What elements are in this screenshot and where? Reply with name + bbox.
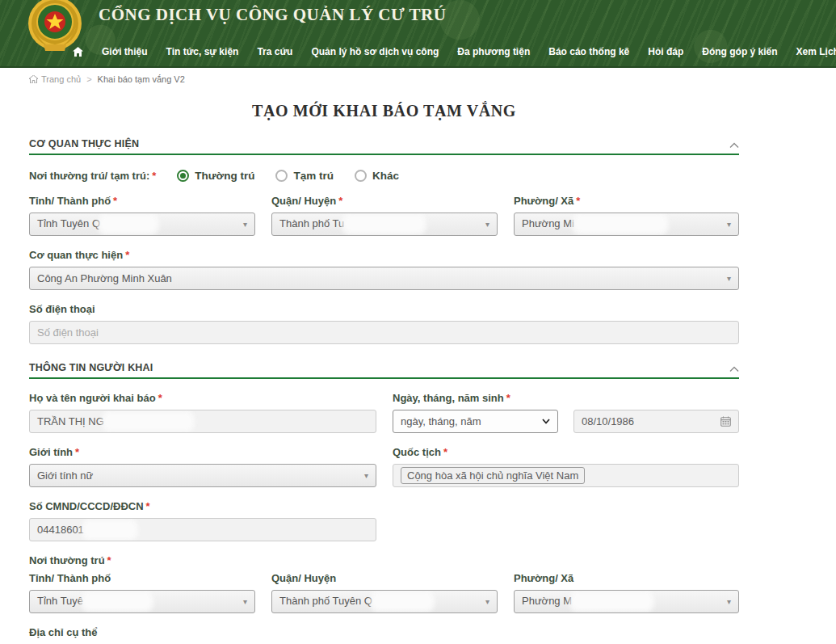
dob-date-input[interactable]: 08/10/1986 <box>573 410 739 433</box>
full-name-label: Họ và tên người khai báo* <box>29 392 376 404</box>
phone-input[interactable]: Số điện thoại <box>29 321 739 344</box>
calendar-icon[interactable] <box>720 416 731 427</box>
caret-down-icon <box>542 419 550 424</box>
breadcrumb-separator: > <box>86 74 91 84</box>
nav-item-tra-cuu[interactable]: Tra cứu <box>257 46 292 57</box>
breadcrumb-home-link[interactable]: Trang chủ <box>29 74 81 84</box>
caret-down-icon: ▾ <box>243 220 247 229</box>
chevron-up-icon[interactable] <box>729 365 739 373</box>
radio-khac[interactable]: Khác <box>355 170 399 182</box>
main-nav: Giới thiệu Tin tức, sự kiện Tra cứu Quản… <box>0 39 836 65</box>
nav-item-lich-lam-viec[interactable]: Xem Lịch làm việc <box>796 46 836 57</box>
dob-format-select[interactable]: ngày, tháng, năm <box>393 410 558 433</box>
ward-label: Phường/ Xã* <box>514 195 739 207</box>
caret-down-icon: ▾ <box>727 597 731 606</box>
pr-ward-label: Phường/ Xã <box>514 572 739 584</box>
nav-item-hoi-dap[interactable]: Hỏi đáp <box>648 46 683 57</box>
nationality-field[interactable]: Cộng hòa xã hội chủ nghĩa Việt Nam <box>393 464 739 487</box>
district-select[interactable]: Thành phố Tu ▾ <box>271 213 498 236</box>
gender-select[interactable]: Giới tính nữ ▾ <box>29 464 376 487</box>
radio-thuong-tru-label: Thường trú <box>195 170 254 182</box>
nav-item-dong-gop[interactable]: Đóng góp ý kiến <box>702 46 777 57</box>
radio-tam-tru-label: Tạm trú <box>293 170 334 182</box>
ward-select[interactable]: Phường Mi ▾ <box>514 213 739 236</box>
police-emblem-logo <box>24 0 86 56</box>
page-title: TẠO MỚI KHAI BÁO TẠM VẮNG <box>29 102 739 120</box>
pr-ward-select[interactable]: Phường M ▾ <box>514 590 739 613</box>
district-label: Quận/ Huyện* <box>271 195 498 207</box>
province-select[interactable]: Tỉnh Tuyên Q ▾ <box>29 213 255 236</box>
permanent-residence-label: Nơi thường trú* <box>29 554 739 566</box>
radio-tam-tru[interactable]: Tạm trú <box>275 170 334 182</box>
section-title-declarant: THÔNG TIN NGƯỜI KHAI <box>29 362 153 373</box>
nav-item-bao-cao[interactable]: Báo cáo thống kê <box>548 46 629 57</box>
section-header-agency[interactable]: CƠ QUAN THỰC HIỆN <box>29 138 739 155</box>
caret-down-icon: ▾ <box>364 471 368 480</box>
address-detail-label: Địa chỉ cụ thể <box>29 626 739 638</box>
residence-type-group: Nơi thường trú/ tạm trú:* Thường trú Tạm… <box>29 170 739 182</box>
nav-item-quan-ly-ho-so[interactable]: Quản lý hồ sơ dịch vụ công <box>311 46 439 57</box>
site-header: CỔNG DỊCH VỤ CÔNG QUẢN LÝ CƯ TRÚ Giới th… <box>0 0 836 68</box>
nav-item-gioi-thieu[interactable]: Giới thiệu <box>102 46 148 57</box>
radio-thuong-tru[interactable]: Thường trú <box>177 170 254 182</box>
site-title: CỔNG DỊCH VỤ CÔNG QUẢN LÝ CƯ TRÚ <box>99 5 446 25</box>
caret-down-icon: ▾ <box>485 597 489 606</box>
radio-khac-label: Khác <box>372 170 399 182</box>
pr-province-label: Tỉnh/ Thành phố <box>29 572 255 584</box>
nav-item-tin-tuc[interactable]: Tin tức, sự kiện <box>166 46 239 57</box>
nav-item-da-phuong-tien[interactable]: Đa phương tiện <box>457 46 530 57</box>
residence-type-label: Nơi thường trú/ tạm trú:* <box>29 170 156 182</box>
radio-unselected-icon[interactable] <box>275 170 288 182</box>
caret-down-icon: ▾ <box>727 274 731 283</box>
agency-label: Cơ quan thực hiện* <box>29 249 739 261</box>
province-label: Tỉnh/ Thành phố* <box>29 195 255 207</box>
gender-label: Giới tính* <box>29 446 376 458</box>
breadcrumb-home-label: Trang chủ <box>41 74 81 84</box>
breadcrumb-current: Khai báo tạm vắng V2 <box>98 74 185 84</box>
pr-province-select[interactable]: Tỉnh Tuyê ▾ <box>29 590 255 613</box>
nationality-label: Quốc tịch* <box>393 446 739 458</box>
caret-down-icon: ▾ <box>727 220 731 229</box>
chevron-up-icon[interactable] <box>729 141 739 149</box>
dob-label: Ngày, tháng, năm sinh* <box>393 392 739 404</box>
section-title-agency: CƠ QUAN THỰC HIỆN <box>29 138 139 149</box>
breadcrumb: Trang chủ > Khai báo tạm vắng V2 <box>0 68 836 89</box>
id-number-input[interactable]: 04418601 <box>29 518 376 541</box>
full-name-input[interactable]: TRẦN THỊ NG <box>29 410 376 433</box>
radio-unselected-icon[interactable] <box>355 170 367 182</box>
section-header-declarant[interactable]: THÔNG TIN NGƯỜI KHAI <box>29 362 739 379</box>
nationality-chip: Cộng hòa xã hội chủ nghĩa Việt Nam <box>401 467 585 484</box>
caret-down-icon: ▾ <box>243 597 247 606</box>
phone-label: Số điện thoại <box>29 303 739 315</box>
radio-selected-icon[interactable] <box>177 170 189 182</box>
pr-district-select[interactable]: Thành phố Tuyên Q ▾ <box>271 590 498 613</box>
pr-district-label: Quận/ Huyện <box>271 572 498 584</box>
id-number-label: Số CMND/CCCD/ĐĐCN* <box>29 500 376 512</box>
agency-select[interactable]: Công An Phường Minh Xuân ▾ <box>29 267 739 290</box>
required-asterisk: * <box>152 170 156 182</box>
caret-down-icon: ▾ <box>485 220 489 229</box>
